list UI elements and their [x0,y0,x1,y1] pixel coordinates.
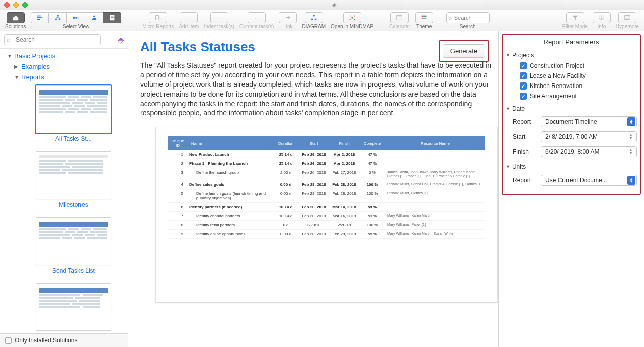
rp-start-input[interactable]: 2/ 8/ 2019, 7:00 AM ▲▼ [541,131,637,142]
table-header: Unique ID [168,136,187,150]
table-header: Finish [329,136,359,150]
project-label: Construction Project [530,62,584,69]
toolbar-search-input[interactable]: ⌕Search [446,12,490,23]
rp-units-select[interactable]: Use Current Docume... ▲▼ [541,175,637,186]
svg-point-20 [354,19,355,20]
window-titlebar: ◈ [0,0,644,10]
close-window-icon[interactable] [4,2,10,8]
add-item-button[interactable]: + [180,12,198,23]
svg-rect-14 [311,18,313,20]
chevron-down-icon: ▼ [506,164,510,169]
svg-rect-2 [37,19,40,20]
table-row: 8Identify retail partners0 d2/28/182/28/… [168,221,485,230]
report-thumb-send-tasks[interactable]: Send Tasks List [11,214,124,280]
toolbar: Solutions Select View Micro Reports +Add… [0,10,644,31]
stepper-icon[interactable]: ▲▼ [627,149,634,155]
generate-button[interactable]: Generate [443,44,485,58]
tree-node-reports[interactable]: ▼ Reports [11,72,124,82]
svg-rect-23 [423,15,425,17]
report-thumb-milestones[interactable]: Milestones [11,148,124,214]
project-checkbox-row[interactable]: ✓Kitchen Renovation [506,81,637,91]
view-timeline-button[interactable] [67,12,85,23]
micro-reports-button[interactable] [149,12,167,23]
outdent-button[interactable]: ← [248,12,266,23]
svg-rect-0 [37,15,41,16]
table-row: 2Phase 1 - Planning the Launch25.14 dFeb… [168,159,485,168]
svg-rect-13 [313,15,315,16]
svg-rect-9 [111,16,113,16]
table-header: Start [299,136,329,150]
chevron-down-icon: ▼ [506,53,510,58]
theme-button[interactable] [415,12,433,23]
window-controls [4,2,28,8]
svg-rect-26 [625,15,630,19]
svg-rect-21 [397,15,403,20]
calendar-button[interactable] [390,12,409,23]
right-panel: Report Parameters ▼Projects ✓Constructio… [498,31,644,347]
project-label: Site Arrangement [530,93,577,100]
project-checkbox-row[interactable]: ✓Lease a New Facility [506,71,637,81]
content-area: Generate All Tasks Statuses The "All Tas… [128,31,498,347]
report-thumb-tasks-notes[interactable]: Tasks and Notes [11,280,124,333]
chevron-down-icon: ▼ [7,53,12,59]
home-icon[interactable]: ⬘ [118,35,124,45]
svg-rect-4 [55,18,57,20]
stepper-icon[interactable]: ▲▼ [627,134,634,140]
project-checkbox-row[interactable]: ✓Construction Project [506,61,637,71]
chevron-down-icon: ▼ [14,74,19,80]
sidebar-search-row: ⌕ ⬘ [0,31,128,49]
report-thumb-all-tasks[interactable]: All Tasks St... [11,82,124,148]
tree-root-basic-projects[interactable]: ▼ Basic Projects [4,51,124,61]
filter-mode-button[interactable] [566,12,584,23]
minimize-window-icon[interactable] [13,2,19,8]
rp-start-label: Start [513,133,537,140]
open-mindmap-button[interactable] [343,12,361,23]
svg-rect-3 [57,15,59,16]
indent-button[interactable]: → [210,12,228,23]
table-header: Complete [359,136,385,150]
diagram-button[interactable] [305,12,323,23]
link-button[interactable]: ⇥ [279,12,297,23]
svg-point-19 [349,19,350,20]
svg-point-16 [351,17,353,19]
main-area: ⌕ ⬘ ▼ Basic Projects ▶ Examples ▼ [0,31,644,347]
tree-node-examples[interactable]: ▶ Examples [11,61,124,72]
only-installed-checkbox[interactable] [5,337,12,344]
rp-units-header[interactable]: ▼Units [506,161,637,172]
svg-rect-22 [421,15,423,17]
toolgroup-search: ⌕Search Search [444,12,492,29]
zoom-window-icon[interactable] [22,2,28,8]
chevron-down-icon: ▼ [506,106,510,111]
rp-units-report-label: Report [513,177,537,184]
view-tree-button[interactable] [49,12,67,23]
view-gantt-button[interactable] [31,12,49,23]
table-row: 5Define launch goals (launch timing and … [168,189,485,203]
rp-date-header[interactable]: ▼Date [506,103,637,114]
sidebar-search-input[interactable] [4,34,101,45]
rp-report-select[interactable]: Document Timeline ▲▼ [541,116,637,127]
rp-finish-input[interactable]: 6/20/ 2019, 8:00 AM ▲▼ [541,146,637,157]
svg-point-17 [349,15,350,16]
table-row: 4Define sales goals0.00 dFeb 28, 2018Feb… [168,180,485,189]
rp-projects-header[interactable]: ▼Projects [506,50,637,61]
report-preview: Unique IDNameDurationStartFinishComplete… [155,127,498,303]
select-arrows-icon: ▲▼ [627,117,635,126]
hypernote-button[interactable] [618,12,636,23]
table-row: 3Define the launch group2.00 dFeb 26, 20… [168,168,485,180]
svg-rect-24 [425,15,426,17]
view-report-button[interactable] [103,12,121,23]
svg-rect-10 [111,17,113,18]
report-description: The "All Tasks Statuses" report created … [140,61,492,118]
info-button[interactable]: ⓘ [593,12,611,23]
sidebar: ⌕ ⬘ ▼ Basic Projects ▶ Examples ▼ [0,31,128,347]
project-checkbox-row[interactable]: ✓Site Arrangement [506,91,637,101]
select-view-label: Select View [63,24,89,29]
toolgroup-solutions: Solutions [3,12,28,29]
checkbox-checked-icon: ✓ [520,72,527,79]
only-installed-label: Only Installed Solutions [15,337,77,344]
rp-finish-label: Finish [513,148,537,155]
table-row: 1New Product Launch25.14 dFeb 26, 2018Ap… [168,150,485,159]
view-resources-button[interactable] [85,12,103,23]
table-header: Resource Name [385,136,485,150]
solutions-button[interactable] [7,12,25,23]
